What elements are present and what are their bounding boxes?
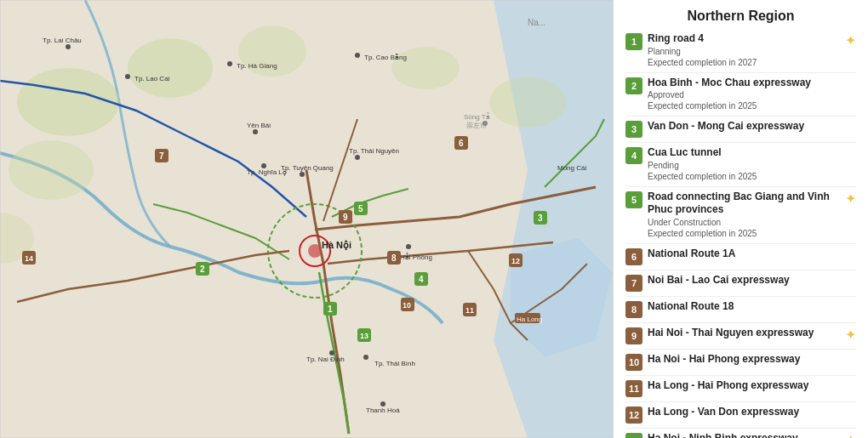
svg-text:9: 9 (343, 213, 348, 222)
star-icon-1: ✦ (845, 32, 856, 48)
legend-num-11: 11 (625, 380, 642, 397)
legend-text-10: Ha Noi - Hai Phong expressway (648, 353, 856, 367)
svg-text:3: 3 (538, 213, 543, 223)
legend-item-4: 4Cua Luc tunnelPendingExpected completio… (625, 146, 856, 182)
svg-point-1 (17, 68, 119, 136)
legend-name-1: Ring road 4 (648, 32, 840, 46)
svg-text:Thanh Hoá: Thanh Hoá (366, 407, 400, 414)
svg-point-18 (227, 61, 232, 66)
svg-text:Tp. Lai Châu: Tp. Lai Châu (43, 37, 82, 44)
legend-item-2: 2Hoa Binh - Moc Chau expresswayApprovedE… (625, 77, 856, 112)
svg-text:Tp. Hà Giang: Tp. Hà Giang (237, 62, 277, 70)
svg-text:13: 13 (360, 332, 368, 340)
svg-text:Tp. Thái Nguyên: Tp. Thái Nguyên (349, 147, 399, 155)
svg-point-2 (128, 38, 213, 98)
legend-status-2: Approved (648, 89, 856, 100)
legend-name-6: National Route 1A (648, 247, 856, 261)
svg-text:Tp. Cao Bằng: Tp. Cao Bằng (364, 54, 407, 61)
svg-text:Tp. Lao Cai: Tp. Lao Cai (134, 75, 170, 82)
svg-text:Hà Nội: Hà Nội (322, 240, 351, 251)
legend-num-3: 3 (625, 121, 642, 138)
legend-num-13: 13 (625, 433, 642, 438)
legend-section: Northern Region 1Ring road 4PlanningExpe… (613, 0, 868, 438)
legend-text-1: Ring road 4PlanningExpected completion i… (648, 32, 840, 68)
svg-text:Sùng Tả: Sùng Tả (464, 112, 490, 121)
legend-item-8: 8National Route 18 (625, 300, 856, 318)
legend-item-5: 5Road connecting Bac Giang and Vinh Phuc… (625, 191, 856, 239)
svg-point-30 (406, 244, 411, 249)
legend-num-2: 2 (625, 77, 642, 94)
svg-point-16 (125, 74, 130, 79)
svg-text:Tp. Tuyên Quang: Tp. Tuyên Quang (281, 164, 334, 172)
svg-text:6: 6 (459, 139, 464, 148)
svg-text:5: 5 (358, 204, 363, 213)
legend-name-4: Cua Luc tunnel (648, 146, 856, 160)
legend-completion-1: Expected completion in 2027 (648, 57, 840, 68)
legend-items-container: 1Ring road 4PlanningExpected completion … (625, 32, 856, 438)
legend-status-4: Pending (648, 160, 856, 171)
legend-num-7: 7 (625, 275, 642, 292)
legend-num-1: 1 (625, 33, 642, 50)
legend-num-5: 5 (625, 191, 642, 208)
legend-item-7: 7Noi Bai - Lao Cai expressway (625, 274, 856, 292)
svg-text:Tp. Nai Định: Tp. Nai Định (306, 356, 345, 363)
legend-name-7: Noi Bai - Lao Cai expressway (648, 274, 856, 287)
svg-text:7: 7 (159, 151, 164, 161)
svg-text:12: 12 (511, 257, 520, 265)
legend-name-3: Van Don - Mong Cai expressway (648, 120, 856, 134)
legend-num-10: 10 (625, 354, 642, 371)
svg-text:4: 4 (419, 275, 424, 284)
svg-point-28 (355, 155, 360, 160)
legend-name-13: Ha Noi - Ninh Binh expressway (648, 432, 840, 438)
legend-text-7: Noi Bai - Lao Cai expressway (648, 274, 856, 287)
legend-name-2: Hoa Binh - Moc Chau expressway (648, 77, 856, 90)
legend-name-12: Ha Long - Van Don expressway (648, 406, 856, 419)
legend-status-1: Planning (648, 46, 840, 57)
legend-text-6: National Route 1A (648, 247, 856, 261)
legend-name-9: Hai Noi - Thai Nguyen expressway (648, 327, 840, 340)
legend-completion-4: Expected completion in 2025 (648, 171, 856, 182)
legend-item-10: 10Ha Noi - Hai Phong expressway (625, 353, 856, 371)
legend-item-3: 3Van Don - Mong Cai expressway (625, 120, 856, 138)
legend-name-10: Ha Noi - Hai Phong expressway (648, 353, 856, 367)
legend-text-4: Cua Luc tunnelPendingExpected completion… (648, 146, 856, 182)
svg-point-34 (363, 355, 368, 360)
legend-num-12: 12 (625, 407, 642, 424)
legend-text-9: Hai Noi - Thai Nguyen expressway (648, 327, 840, 340)
svg-point-6 (489, 77, 566, 128)
legend-completion-2: Expected completion in 2025 (648, 100, 856, 111)
svg-point-10 (308, 244, 322, 258)
svg-text:Ha Long: Ha Long (517, 316, 542, 323)
legend-item-13: 13Ha Noi - Ninh Binh expressway✦ (625, 432, 856, 438)
svg-text:8: 8 (391, 253, 397, 263)
legend-item-6: 6National Route 1A (625, 247, 856, 265)
legend-item-12: 12Ha Long - Van Don expressway (625, 406, 856, 424)
star-icon-13: ✦ (845, 432, 856, 438)
svg-text:Móng Cái: Móng Cái (557, 164, 586, 172)
star-icon-9: ✦ (845, 327, 856, 343)
svg-text:14: 14 (25, 254, 33, 263)
map-section: Hà Nội Ha Long Tp. Lai Châu Tp. Lao Cai … (0, 0, 613, 438)
legend-text-3: Van Don - Mong Cai expressway (648, 120, 856, 134)
legend-name-8: National Route 18 (648, 300, 856, 314)
legend-num-4: 4 (625, 147, 642, 164)
legend-completion-5: Expected completion in 2025 (648, 228, 840, 239)
legend-item-11: 11Ha Long - Hai Phong expressway (625, 379, 856, 397)
legend-text-5: Road connecting Bac Giang and Vinh Phuc … (648, 191, 840, 239)
legend-item-1: 1Ring road 4PlanningExpected completion … (625, 32, 856, 68)
legend-text-8: National Route 18 (648, 300, 856, 314)
legend-num-9: 9 (625, 327, 642, 344)
legend-text-2: Hoa Binh - Moc Chau expresswayApprovedEx… (648, 77, 856, 112)
legend-text-12: Ha Long - Van Don expressway (648, 406, 856, 419)
legend-status-5: Under Construction (648, 217, 840, 228)
svg-text:Tp. Thái Bình: Tp. Thái Bình (374, 360, 415, 367)
legend-num-8: 8 (625, 301, 642, 318)
legend-text-11: Ha Long - Hai Phong expressway (648, 379, 856, 393)
svg-text:1: 1 (328, 304, 333, 314)
legend-name-5: Road connecting Bac Giang and Vinh Phuc … (648, 191, 840, 217)
legend-num-6: 6 (625, 248, 642, 265)
svg-text:崇左市: 崇左市 (466, 122, 487, 129)
svg-text:10: 10 (403, 301, 411, 310)
svg-point-14 (66, 44, 71, 49)
legend-item-9: 9Hai Noi - Thai Nguyen expressway✦ (625, 327, 856, 344)
